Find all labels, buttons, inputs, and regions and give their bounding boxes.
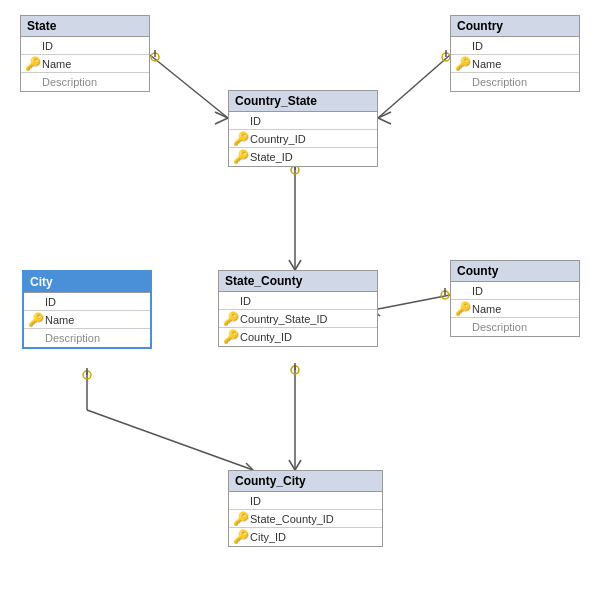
table-row: 🔑 Name — [21, 55, 149, 73]
field-label: ID — [42, 40, 53, 52]
svg-point-3 — [151, 53, 159, 61]
table-row: Description — [24, 329, 150, 347]
svg-line-2 — [215, 118, 228, 124]
table-county-city-header: County_City — [229, 471, 382, 492]
svg-line-27 — [289, 460, 295, 470]
key-icon: 🔑 — [223, 312, 237, 326]
table-row: 🔑 City_ID — [229, 528, 382, 546]
field-label: ID — [250, 115, 261, 127]
svg-line-1 — [215, 112, 228, 118]
field-label: State_ID — [250, 151, 293, 163]
key-icon: 🔑 — [223, 330, 237, 344]
field-label: Name — [472, 303, 501, 315]
key-icon: 🔑 — [233, 512, 247, 526]
table-row: Description — [21, 73, 149, 91]
table-state-county-header: State_County — [219, 271, 377, 292]
table-city-header: City — [24, 272, 150, 293]
svg-line-11 — [289, 260, 295, 270]
table-row: ID — [229, 112, 377, 130]
field-label: State_County_ID — [250, 513, 334, 525]
table-row: Description — [451, 318, 579, 336]
field-label: Description — [472, 321, 527, 333]
field-label: Description — [472, 76, 527, 88]
key-icon: 🔑 — [25, 57, 39, 71]
table-row: 🔑 County_ID — [219, 328, 377, 346]
field-label: Name — [472, 58, 501, 70]
svg-line-0 — [150, 55, 228, 118]
table-row: 🔑 Name — [451, 55, 579, 73]
table-row: ID — [219, 292, 377, 310]
table-county[interactable]: County ID 🔑 Name Description — [450, 260, 580, 337]
field-label: Name — [45, 314, 74, 326]
svg-point-13 — [291, 166, 299, 174]
table-row: Description — [451, 73, 579, 91]
svg-point-18 — [441, 291, 449, 299]
field-label: County_ID — [240, 331, 292, 343]
table-row: 🔑 Name — [451, 300, 579, 318]
svg-line-22 — [246, 463, 253, 470]
table-country-state[interactable]: Country_State ID 🔑 Country_ID 🔑 State_ID — [228, 90, 378, 167]
table-row: ID — [21, 37, 149, 55]
field-label: Name — [42, 58, 71, 70]
svg-line-6 — [378, 112, 391, 118]
table-state[interactable]: State ID 🔑 Name Description — [20, 15, 150, 92]
field-label: ID — [250, 495, 261, 507]
table-county-city[interactable]: County_City ID 🔑 State_County_ID 🔑 City_… — [228, 470, 383, 547]
field-label: Country_ID — [250, 133, 306, 145]
svg-line-15 — [373, 295, 450, 310]
field-label: ID — [45, 296, 56, 308]
field-label: Description — [45, 332, 100, 344]
table-county-header: County — [451, 261, 579, 282]
table-row: 🔑 Name — [24, 311, 150, 329]
field-label: Country_State_ID — [240, 313, 327, 325]
table-row: 🔑 Country_State_ID — [219, 310, 377, 328]
key-icon: 🔑 — [233, 530, 247, 544]
table-country[interactable]: Country ID 🔑 Name Description — [450, 15, 580, 92]
svg-point-29 — [291, 366, 299, 374]
diagram-canvas: State ID 🔑 Name Description Country ID 🔑… — [0, 0, 599, 596]
field-label: City_ID — [250, 531, 286, 543]
key-icon: 🔑 — [233, 150, 247, 164]
table-state-header: State — [21, 16, 149, 37]
table-row: 🔑 State_County_ID — [229, 510, 382, 528]
svg-point-8 — [442, 53, 450, 61]
field-label: ID — [472, 40, 483, 52]
key-icon: 🔑 — [455, 57, 469, 71]
key-icon: 🔑 — [455, 302, 469, 316]
table-row: 🔑 Country_ID — [229, 130, 377, 148]
table-city[interactable]: City ID 🔑 Name Description — [22, 270, 152, 349]
table-row: 🔑 State_ID — [229, 148, 377, 166]
svg-line-28 — [295, 460, 301, 470]
key-icon: 🔑 — [233, 132, 247, 146]
svg-point-24 — [83, 371, 91, 379]
svg-line-5 — [378, 55, 450, 118]
table-row: ID — [451, 282, 579, 300]
field-label: ID — [240, 295, 251, 307]
table-row: ID — [24, 293, 150, 311]
key-icon: 🔑 — [28, 313, 42, 327]
table-row: ID — [229, 492, 382, 510]
svg-line-12 — [295, 260, 301, 270]
table-state-county[interactable]: State_County ID 🔑 Country_State_ID 🔑 Cou… — [218, 270, 378, 347]
table-country-state-header: Country_State — [229, 91, 377, 112]
table-country-header: Country — [451, 16, 579, 37]
svg-line-7 — [378, 118, 391, 124]
field-label: ID — [472, 285, 483, 297]
field-label: Description — [42, 76, 97, 88]
svg-line-21 — [87, 410, 253, 470]
table-row: ID — [451, 37, 579, 55]
